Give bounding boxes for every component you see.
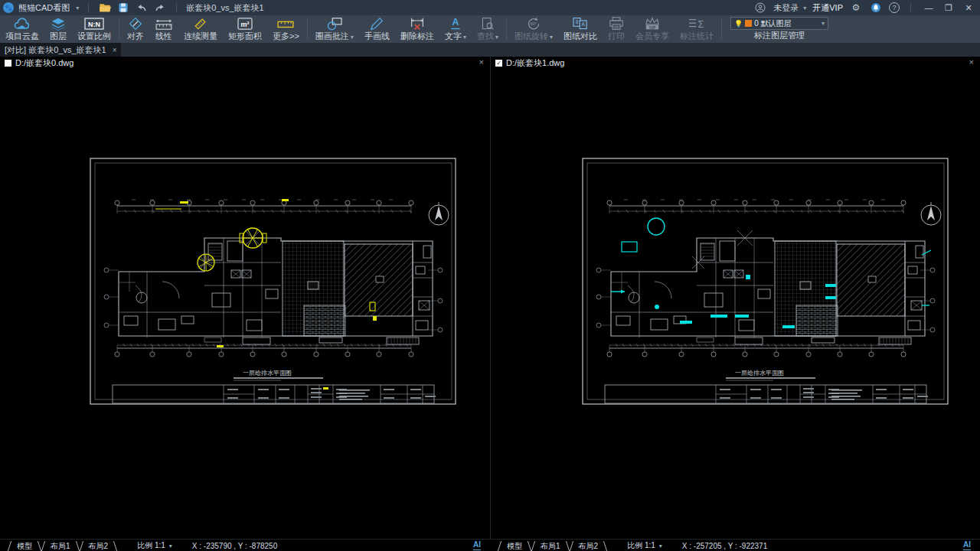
area-icon: m²: [237, 17, 253, 31]
svg-text:N:N: N:N: [88, 21, 100, 28]
file-path-left: D:/嵌套块0.dwg: [15, 57, 74, 69]
document-title: 嵌套块0_vs_嵌套块1: [186, 2, 263, 14]
rotate-drawing-button: 60°图纸旋转▾: [509, 15, 558, 43]
close-button[interactable]: ✕: [962, 3, 975, 13]
toolbar-button-label: 标注统计: [680, 31, 714, 41]
minimize-button[interactable]: —: [922, 3, 936, 12]
panel-close-icon-right[interactable]: ×: [969, 57, 974, 67]
circle-annotate-button[interactable]: 圈画批注▾: [310, 15, 359, 43]
divider: [176, 3, 177, 12]
pencil-icon: [368, 17, 385, 31]
rect-area-button[interactable]: m²矩形面积: [223, 15, 267, 43]
compare-panel-right: ✓ D:/嵌套块1.dwg × 一层给排水平面图: [491, 57, 980, 539]
toolbar-button-label: 手画线: [364, 31, 390, 41]
layout-tab-layout2[interactable]: 布局2: [570, 540, 608, 551]
svg-text:VIP: VIP: [649, 25, 656, 30]
file-checkbox-right[interactable]: ✓: [495, 60, 502, 67]
svg-text:一层给排水平面图: 一层给排水平面图: [735, 370, 784, 377]
open-vip-button[interactable]: 开通VIP: [812, 2, 843, 14]
layer-manage-label: 标注图层管理: [754, 30, 805, 41]
compare-icon: 8A: [571, 17, 590, 31]
toolbar-button-label: 删除标注: [400, 31, 434, 41]
tab-close-icon[interactable]: ×: [113, 46, 117, 54]
layers-button[interactable]: 图层: [44, 15, 72, 43]
more-button[interactable]: 更多>>: [267, 15, 305, 43]
svg-text:m²: m²: [241, 21, 250, 28]
freehand-line-button[interactable]: 手画线: [359, 15, 395, 43]
tab-label: [对比] 嵌套块0_vs_嵌套块1: [5, 44, 106, 56]
tab-compare-document[interactable]: [对比] 嵌套块0_vs_嵌套块1 ×: [0, 43, 121, 57]
linear-button[interactable]: 线性: [149, 15, 178, 43]
settings-gear-icon[interactable]: ⚙: [849, 2, 863, 14]
main-toolbar: 项目云盘图层N:N设置比例对齐线性连续测量m²矩形面积更多>>圈画批注▾手画线删…: [0, 15, 980, 43]
toolbar-button-label: 圈画批注▾: [315, 31, 354, 43]
login-status[interactable]: 未登录▾: [773, 2, 806, 14]
layout-tab-model[interactable]: 模型: [498, 540, 531, 551]
svg-text:60°: 60°: [531, 21, 537, 26]
layout-tabs-left: 模型布局1布局2: [8, 540, 117, 551]
toolbar-separator: [119, 18, 119, 40]
toolbar-separator: [721, 18, 722, 40]
file-path-right: D:/嵌套块1.dwg: [506, 57, 564, 69]
scale-caret-icon: ▾: [169, 543, 172, 549]
maximize-button[interactable]: ❐: [942, 3, 956, 13]
panel-close-icon-left[interactable]: ×: [479, 57, 484, 67]
scale-dropdown-right[interactable]: 比例 1:1▾: [627, 540, 662, 551]
notification-icon[interactable]: [869, 2, 883, 14]
toolbar-button-label: 线性: [155, 31, 172, 41]
save-icon[interactable]: [116, 2, 130, 14]
layout-tabs-right: 模型布局1布局2: [498, 540, 607, 551]
compare-drawings-button[interactable]: 8A图纸对比: [558, 15, 603, 43]
align-button[interactable]: 对齐: [122, 15, 149, 43]
undo-icon[interactable]: [135, 2, 149, 14]
toolbar-separator: [307, 18, 308, 40]
toolbar-separator: [506, 18, 507, 40]
toolbar-button-label: 对齐: [127, 31, 144, 41]
deldim-icon: [408, 17, 426, 31]
coordinates-left: X : -235790 , Y : -878250: [192, 542, 277, 550]
layers-icon: [50, 17, 67, 31]
layout-tab-layout1[interactable]: 布局1: [531, 540, 570, 551]
set-scale-button[interactable]: N:N设置比例: [72, 15, 116, 43]
app-name[interactable]: 熊猫CAD看图: [18, 2, 70, 14]
layer-caret-icon: ▾: [822, 20, 825, 27]
vip-icon: VIP: [642, 17, 662, 31]
lightbulb-icon: 💡: [734, 20, 743, 28]
app-menu-caret-icon[interactable]: ▾: [76, 5, 79, 11]
print-button: 打印: [603, 15, 630, 43]
toolbar-button-label: 文字▾: [445, 31, 466, 43]
ai-assistant-button-right[interactable]: AI: [963, 540, 971, 550]
annotate-icon: [325, 17, 344, 31]
ai-assistant-button-left[interactable]: AI: [473, 540, 481, 550]
divider: [88, 3, 89, 12]
help-icon[interactable]: ?: [889, 2, 900, 13]
find-button: 查找▾: [472, 15, 504, 43]
annotation-layer-group: 💡0 默认图层▾标注图层管理: [724, 15, 835, 43]
toolbar-button-label: 图纸对比: [564, 31, 597, 41]
redo-icon[interactable]: [153, 2, 167, 14]
find-icon: [480, 17, 495, 31]
panel-header-right: ✓ D:/嵌套块1.dwg ×: [491, 57, 980, 69]
cad-drawing-left[interactable]: 一层给排水平面图: [90, 155, 457, 408]
text-button[interactable]: A文字▾: [439, 15, 472, 43]
scale-dropdown-left[interactable]: 比例 1:1▾: [137, 540, 172, 551]
layout-tab-layout1[interactable]: 布局1: [41, 540, 80, 551]
scale-icon: N:N: [84, 17, 104, 31]
toolbar-button-label: 查找▾: [477, 31, 498, 43]
status-right: 模型布局1布局2 比例 1:1▾ X : -257205 , Y : -9223…: [490, 540, 980, 551]
layer-select-dropdown[interactable]: 💡0 默认图层▾: [730, 17, 828, 30]
continuous-measure-button[interactable]: 连续测量: [178, 15, 223, 43]
user-icon[interactable]: [753, 2, 767, 14]
toolbar-button-label: 项目云盘: [5, 31, 39, 41]
delete-annotation-button[interactable]: 删除标注: [395, 15, 439, 43]
open-file-icon[interactable]: [98, 2, 112, 14]
layout-tab-layout2[interactable]: 布局2: [80, 540, 118, 551]
vip-exclusive-button: VIP会员专享: [630, 15, 675, 43]
layout-tab-model[interactable]: 模型: [8, 540, 41, 551]
file-checkbox-left[interactable]: [5, 60, 11, 67]
cad-drawing-right[interactable]: 一层给排水平面图: [582, 155, 949, 408]
project-cloud-button[interactable]: 项目云盘: [0, 15, 44, 43]
rotate-icon: 60°: [524, 17, 543, 31]
divider: [910, 3, 911, 12]
annotation-stats-button: Σ标注统计: [675, 15, 719, 43]
